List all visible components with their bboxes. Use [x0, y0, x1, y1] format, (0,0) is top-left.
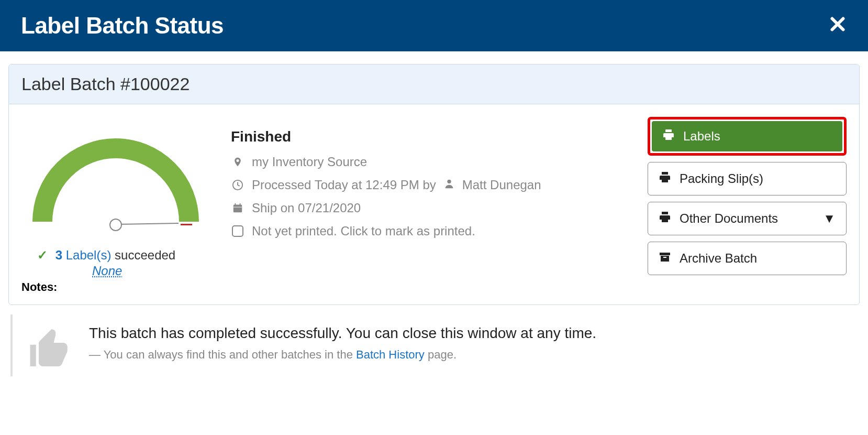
labels-button-highlight: Labels	[648, 117, 847, 156]
batch-panel-title: Label Batch #100022	[9, 64, 859, 104]
footer-subtext: — You can always find this and other bat…	[89, 348, 596, 362]
succeeded-summary: ✓ 3 Label(s) succeeded	[21, 248, 210, 263]
progress-gauge	[32, 133, 199, 227]
succeeded-count: 3	[55, 248, 62, 262]
ship-row: Ship on 07/21/2020	[231, 201, 627, 215]
labels-button-text: Labels	[683, 129, 720, 144]
printed-row[interactable]: Not yet printed. Click to mark as printe…	[231, 224, 627, 238]
clock-icon	[231, 179, 244, 191]
archive-icon	[659, 251, 671, 266]
modal-title: Label Batch Status	[21, 13, 224, 39]
checkbox-empty-icon[interactable]	[231, 225, 244, 237]
printed-text: Not yet printed. Click to mark as printe…	[252, 224, 475, 238]
svg-point-3	[447, 180, 451, 183]
user-icon	[443, 178, 455, 192]
caret-down-icon: ▼	[823, 211, 836, 226]
packing-button-text: Packing Slip(s)	[680, 171, 763, 186]
svg-rect-10	[661, 256, 669, 262]
check-icon: ✓	[37, 248, 48, 262]
archive-batch-button[interactable]: Archive Batch	[648, 242, 847, 275]
printer-icon	[659, 211, 671, 226]
notes-label: Notes:	[21, 280, 210, 294]
batch-panel: Label Batch #100022 ✓ 3 Label(s) succeed…	[8, 64, 860, 305]
location-pin-icon	[231, 155, 244, 169]
close-icon[interactable]	[828, 14, 847, 37]
other-button-text: Other Documents	[680, 211, 778, 226]
footer-message: This batch has completed successfully. Y…	[10, 314, 858, 376]
batch-history-link[interactable]: Batch History	[356, 348, 425, 361]
location-text: my Inventory Source	[252, 155, 367, 169]
footer-sub-prefix: — You can always find this and other bat…	[89, 348, 356, 361]
labels-link[interactable]: Label(s)	[66, 248, 112, 262]
archive-button-text: Archive Batch	[680, 251, 757, 266]
none-link[interactable]: None	[21, 264, 210, 278]
modal-header: Label Batch Status	[0, 0, 868, 51]
printer-icon	[662, 128, 675, 144]
footer-headline: This batch has completed successfully. Y…	[89, 325, 596, 342]
processed-row: Processed Today at 12:49 PM by Matt Dune…	[231, 178, 627, 192]
ship-text: Ship on 07/21/2020	[252, 201, 361, 215]
packing-slips-button[interactable]: Packing Slip(s)	[648, 162, 847, 195]
footer-sub-suffix: page.	[425, 348, 457, 361]
succeeded-suffix: succeeded	[115, 248, 175, 262]
processed-prefix: Processed Today at 12:49 PM by	[252, 178, 436, 192]
calendar-icon	[231, 202, 244, 214]
info-column: Finished my Inventory Source Processed T…	[231, 117, 627, 294]
svg-rect-9	[660, 253, 670, 255]
svg-rect-11	[663, 257, 666, 258]
location-row: my Inventory Source	[231, 155, 627, 169]
labels-button[interactable]: Labels	[652, 121, 842, 151]
thumbs-up-icon	[26, 327, 73, 376]
printer-icon	[659, 171, 671, 187]
status-heading: Finished	[231, 128, 627, 145]
actions-column: Labels Packing Slip(s) Other Documents ▼	[648, 117, 847, 294]
processed-by: Matt Dunegan	[462, 178, 541, 192]
other-documents-button[interactable]: Other Documents ▼	[648, 202, 847, 235]
gauge-column: ✓ 3 Label(s) succeeded None Notes:	[21, 117, 210, 294]
